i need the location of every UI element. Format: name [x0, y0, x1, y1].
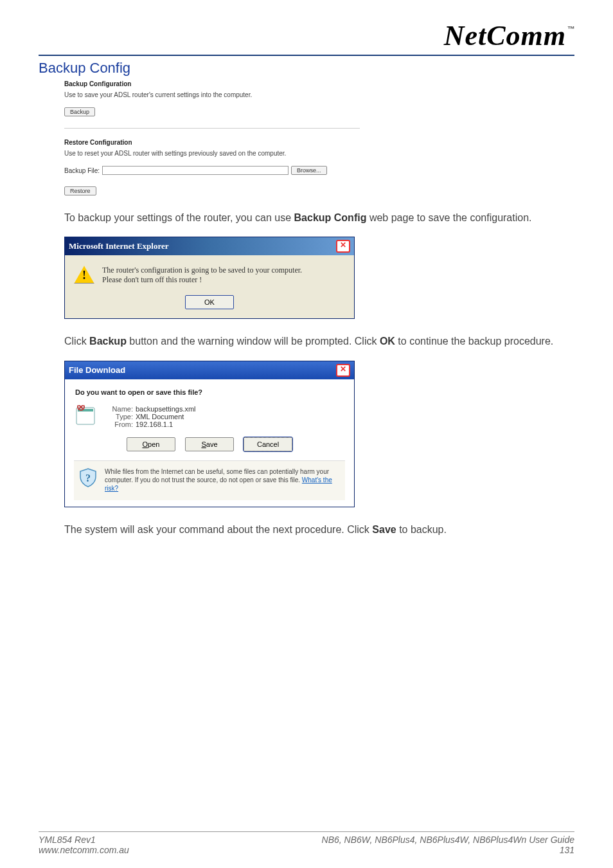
file-details: Name:backupsettings.xml Type:XML Documen… [106, 405, 196, 428]
file-download-titlebar: File Download ✕ [65, 361, 354, 379]
page-footer: YML854 Rev1 www.netcomm.com.au NB6, NB6W… [39, 831, 574, 855]
file-name-value: backupsettings.xml [136, 405, 196, 413]
file-download-question: Do you want to open or save this file? [75, 388, 344, 396]
shield-icon: ? [78, 467, 98, 488]
brand-text: NetComm [444, 20, 566, 51]
page-header: NetComm™ [39, 19, 574, 56]
save-button[interactable]: Save [185, 437, 234, 451]
backup-config-heading: Backup Configuration [64, 80, 360, 87]
file-from-value: 192.168.1.1 [136, 420, 173, 428]
section-title: Backup Config [39, 60, 574, 77]
paragraph-2: Click Backup button and the warning wind… [64, 334, 574, 348]
footer-right: NB6, NB6W, NB6Plus4, NB6Plus4W, NB6Plus4… [322, 835, 574, 855]
open-button[interactable]: Open [127, 437, 175, 451]
cancel-button[interactable]: Cancel [244, 437, 292, 451]
config-panel: Backup Configuration Use to save your AD… [64, 80, 360, 195]
paragraph-3: The system will ask your command about t… [64, 523, 574, 537]
backup-config-desc: Use to save your ADSL router's current s… [64, 91, 360, 98]
browse-button[interactable]: Browse... [291, 166, 327, 175]
file-download-dialog: File Download ✕ Do you want to open or s… [64, 361, 355, 507]
warning-icon: ! [74, 266, 94, 284]
close-icon[interactable]: ✕ [336, 240, 350, 253]
restore-button[interactable]: Restore [64, 186, 96, 195]
trademark-symbol: ™ [567, 24, 576, 33]
footer-left: YML854 Rev1 www.netcomm.com.au [39, 835, 129, 855]
ie-alert-dialog: Microsoft Internet Explorer ✕ ! The rout… [64, 237, 355, 319]
close-icon[interactable]: ✕ [336, 364, 350, 377]
panel-divider [64, 128, 360, 129]
file-download-title: File Download [69, 365, 125, 375]
restore-config-desc: Use to reset your ADSL router with setti… [64, 150, 360, 157]
brand-logo: NetComm™ [444, 19, 574, 52]
backup-button[interactable]: Backup [64, 107, 95, 116]
restore-config-heading: Restore Configuration [64, 139, 360, 146]
paragraph-1: To backup your settings of the router, y… [64, 211, 574, 225]
backup-file-input[interactable] [102, 166, 289, 175]
file-type-value: XML Document [136, 413, 184, 420]
ie-alert-title: Microsoft Internet Explorer [69, 241, 168, 251]
ok-button[interactable]: OK [185, 295, 234, 309]
ie-alert-titlebar: Microsoft Internet Explorer ✕ [65, 237, 354, 255]
backup-file-label: Backup File: [64, 167, 100, 174]
xml-file-icon [75, 405, 97, 426]
file-download-footer-text: While files from the Internet can be use… [105, 467, 341, 493]
svg-text:?: ? [85, 473, 91, 484]
ie-alert-message: The router's configuration is going to b… [102, 266, 302, 285]
